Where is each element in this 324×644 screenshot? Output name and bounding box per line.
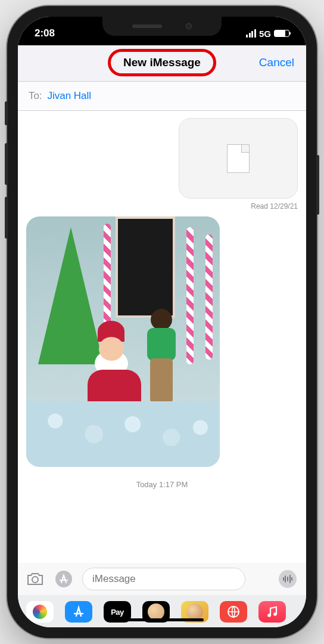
appstore-icon — [71, 605, 86, 619]
globe-icon — [226, 605, 241, 619]
volume-up-button — [5, 143, 8, 185]
conversation-area[interactable]: Read 12/29/21 — [18, 111, 306, 563]
svg-point-3 — [267, 614, 271, 617]
memoji-icon — [148, 603, 164, 620]
power-button — [316, 155, 319, 215]
page-title: New iMessage — [113, 51, 211, 74]
received-photo[interactable] — [26, 216, 220, 467]
message-input[interactable] — [82, 568, 245, 590]
home-indicator[interactable] — [120, 618, 204, 621]
notch — [102, 17, 222, 36]
svg-point-1 — [55, 571, 72, 587]
silent-switch — [5, 101, 8, 125]
network-label: 5G — [259, 29, 271, 39]
photos-icon — [33, 605, 47, 619]
voice-message-button[interactable] — [279, 570, 297, 588]
camera-icon — [26, 571, 44, 587]
music-icon — [266, 605, 279, 618]
waveform-icon — [282, 575, 293, 583]
camera-button[interactable] — [25, 569, 45, 589]
phone-frame: 2:08 5G New iMessage Cancel To: Ji — [7, 6, 317, 638]
battery-icon — [274, 30, 289, 37]
signal-icon — [246, 29, 256, 38]
screen: 2:08 5G New iMessage Cancel To: Ji — [18, 17, 306, 627]
read-receipt: Read 12/29/21 — [26, 202, 298, 210]
timestamp: Today 1:17 PM — [26, 480, 298, 489]
app-store-button[interactable] — [54, 569, 74, 589]
status-time: 2:08 — [35, 27, 55, 39]
recipient-row[interactable]: To: Jivan Hall — [18, 82, 306, 111]
recipient-name[interactable]: Jivan Hall — [47, 90, 91, 101]
music-app[interactable] — [258, 601, 286, 623]
svg-point-4 — [273, 612, 277, 616]
file-icon — [227, 144, 250, 173]
to-label: To: — [29, 90, 42, 101]
sent-attachment-bubble[interactable] — [179, 118, 298, 199]
svg-point-0 — [32, 577, 38, 583]
nav-header: New iMessage Cancel — [18, 45, 306, 82]
compose-row — [18, 563, 306, 595]
photos-app[interactable] — [26, 601, 54, 623]
app-store-icon — [54, 569, 73, 589]
apple-pay-label: Pay — [111, 608, 124, 617]
appstore-app[interactable] — [65, 601, 92, 623]
sticker-icon — [186, 603, 203, 620]
hashtag-images-app[interactable] — [220, 601, 247, 623]
cancel-button[interactable]: Cancel — [259, 56, 294, 69]
volume-down-button — [5, 197, 8, 239]
app-drawer[interactable]: Pay — [18, 595, 306, 627]
